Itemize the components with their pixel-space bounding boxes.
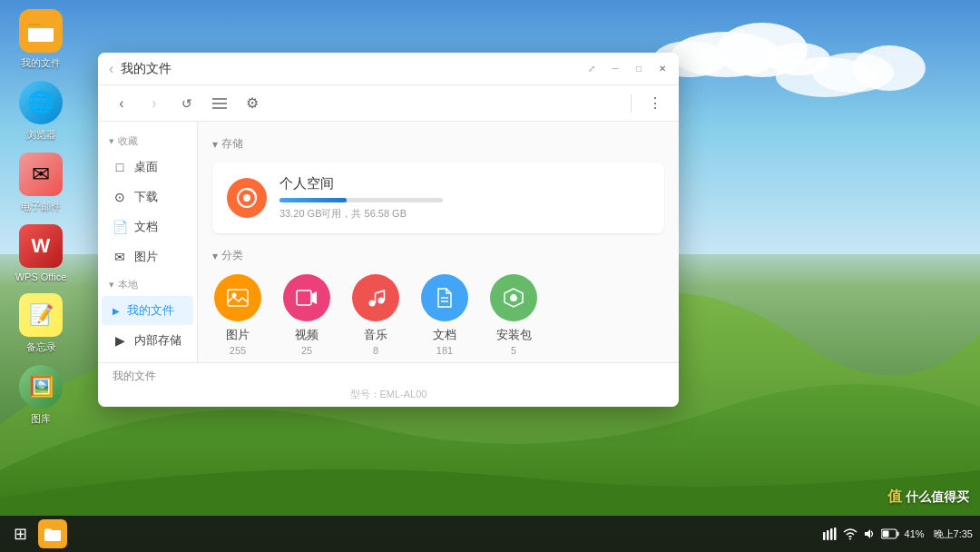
sidebar-item-docs[interactable]: 📄 文档	[102, 212, 193, 242]
desktop-icon-label-wps: WPS Office	[15, 271, 67, 282]
desktop-icon-label-my-files: 我的文件	[21, 56, 61, 70]
svg-point-19	[243, 194, 250, 202]
svg-rect-20	[228, 290, 248, 306]
minimize-button[interactable]: ─	[606, 60, 624, 78]
window-toolbar: ‹ › ↺ ⚙ ⋮	[98, 85, 679, 122]
storage-name: 个人空间	[279, 175, 650, 192]
video-label: 视频	[295, 327, 318, 343]
collapse-icon[interactable]: ▾	[109, 135, 114, 147]
category-music[interactable]: 音乐 8	[350, 274, 401, 356]
storage-card-icon	[227, 178, 267, 218]
svg-rect-31	[44, 530, 61, 541]
desktop-icon-notes[interactable]: 📝 备忘录	[9, 293, 73, 354]
svg-point-5	[812, 53, 894, 93]
category-documents[interactable]: 文档 181	[419, 274, 470, 356]
list-view-button[interactable]	[207, 91, 232, 116]
sidebar: ▾ 收藏 □ 桌面 ⊙ 下载 📄 文档 ✉ 图片	[98, 122, 198, 362]
refresh-button[interactable]: ↺	[174, 91, 200, 116]
desktop-icon-sidebar: □	[113, 160, 127, 174]
desktop-icon-gallery[interactable]: 🖼️ 图库	[9, 365, 73, 426]
window-titlebar: ‹ 我的文件 ⤢ ─ □ ✕	[98, 53, 679, 85]
category-video[interactable]: 视频 25	[281, 274, 332, 356]
desktop-icon-label-notes: 备忘录	[26, 340, 56, 354]
internal-storage-icon: ▶	[113, 333, 127, 348]
taskbar-left: ⊞	[7, 519, 67, 548]
more-button[interactable]: ⋮	[642, 91, 668, 116]
images-count: 255	[230, 345, 246, 356]
documents-label: 文档	[433, 327, 456, 343]
restore-button[interactable]: □	[630, 60, 648, 78]
download-icon: ⊙	[113, 190, 127, 204]
svg-point-23	[369, 301, 376, 307]
close-button[interactable]: ✕	[653, 60, 671, 78]
watermark: 值 什么值得买	[887, 488, 969, 507]
svg-point-7	[776, 57, 876, 97]
collapse-categories-icon[interactable]: ▾	[212, 250, 218, 262]
svg-rect-33	[827, 530, 829, 540]
desktop-icon-label-gallery: 图库	[31, 412, 51, 426]
packages-count: 5	[511, 345, 516, 356]
svg-point-29	[509, 294, 512, 297]
footer-model: 型号：EML-AL00	[113, 388, 664, 401]
back-button[interactable]: ‹	[109, 91, 134, 116]
categories-section-header: ▾ 分类	[212, 248, 664, 263]
documents-count: 181	[436, 345, 453, 356]
pictures-icon: ✉	[113, 250, 127, 264]
expand-button[interactable]: ⤢	[583, 60, 601, 78]
packages-label: 安装包	[496, 327, 532, 343]
desktop-icon-my-files[interactable]: 我的文件	[9, 9, 73, 70]
svg-rect-35	[834, 527, 837, 540]
sidebar-item-internal[interactable]: ▶ 内部存储	[102, 326, 193, 355]
category-section: ▾ 分类 图片	[212, 248, 664, 356]
desktop-icons: 我的文件 🌐 浏览器 ✉ 电子邮件 W WPS Office 📝 备忘录	[9, 9, 73, 426]
window-controls: ⤢ ─ □ ✕	[583, 60, 671, 78]
desktop-icon-wps[interactable]: W WPS Office	[9, 224, 73, 282]
documents-icon	[421, 274, 468, 321]
sidebar-item-my-files[interactable]: ▶ 我的文件	[102, 296, 193, 325]
music-icon	[352, 274, 399, 321]
storage-card[interactable]: 个人空间 33.20 GB可用，共 56.58 GB	[212, 163, 664, 233]
wifi-icon	[843, 527, 858, 540]
svg-rect-37	[897, 532, 898, 537]
sidebar-section-local: ▾ 本地	[98, 272, 197, 295]
category-images[interactable]: 图片 255	[212, 274, 263, 356]
volume-icon	[863, 527, 876, 540]
settings-button[interactable]: ⚙	[240, 91, 265, 116]
window-footer: 我的文件 型号：EML-AL00	[98, 362, 679, 407]
category-packages[interactable]: 安装包 5	[488, 274, 539, 356]
svg-point-1	[671, 32, 780, 77]
collapse-icon-local[interactable]: ▾	[109, 279, 114, 291]
desktop-icon-browser[interactable]: 🌐 浏览器	[9, 81, 73, 142]
desktop: 我的文件 🌐 浏览器 ✉ 电子邮件 W WPS Office 📝 备忘录	[0, 0, 980, 552]
forward-button[interactable]: ›	[142, 91, 167, 116]
sidebar-item-downloads[interactable]: ⊙ 下载	[102, 182, 193, 212]
window-back-arrow[interactable]: ‹	[109, 61, 113, 77]
sidebar-section-favorites: ▾ 收藏	[98, 129, 197, 152]
category-items: 图片 255 视频 25	[212, 274, 664, 356]
svg-rect-22	[297, 291, 311, 305]
svg-point-24	[378, 298, 385, 304]
desktop-icon-email[interactable]: ✉ 电子邮件	[9, 153, 73, 213]
svg-rect-34	[830, 528, 833, 540]
clock: 晚上7:35	[934, 527, 973, 541]
taskbar-filemanager[interactable]	[38, 519, 67, 548]
taskbar: ⊞	[0, 516, 980, 552]
music-count: 8	[373, 345, 378, 356]
storage-text: 33.20 GB可用，共 56.58 GB	[279, 207, 650, 221]
video-count: 25	[301, 345, 312, 356]
svg-point-2	[717, 23, 808, 77]
svg-line-25	[376, 291, 385, 293]
window-title: 我的文件	[121, 61, 172, 77]
svg-point-6	[853, 45, 926, 91]
sidebar-item-pictures[interactable]: ✉ 图片	[102, 242, 193, 271]
sidebar-item-desktop[interactable]: □ 桌面	[102, 153, 193, 182]
sys-tray: 41% 晚上7:35	[823, 527, 973, 541]
svg-rect-38	[882, 531, 888, 537]
music-label: 音乐	[364, 327, 387, 343]
svg-point-30	[516, 294, 519, 297]
storage-info: 个人空间 33.20 GB可用，共 56.58 GB	[279, 175, 650, 221]
collapse-storage-icon[interactable]: ▾	[212, 138, 218, 151]
battery-text: 41%	[905, 528, 925, 539]
file-manager-window: ‹ 我的文件 ⤢ ─ □ ✕ ‹ › ↺ ⚙ ⋮	[98, 53, 679, 407]
taskbar-grid-button[interactable]: ⊞	[7, 521, 33, 547]
